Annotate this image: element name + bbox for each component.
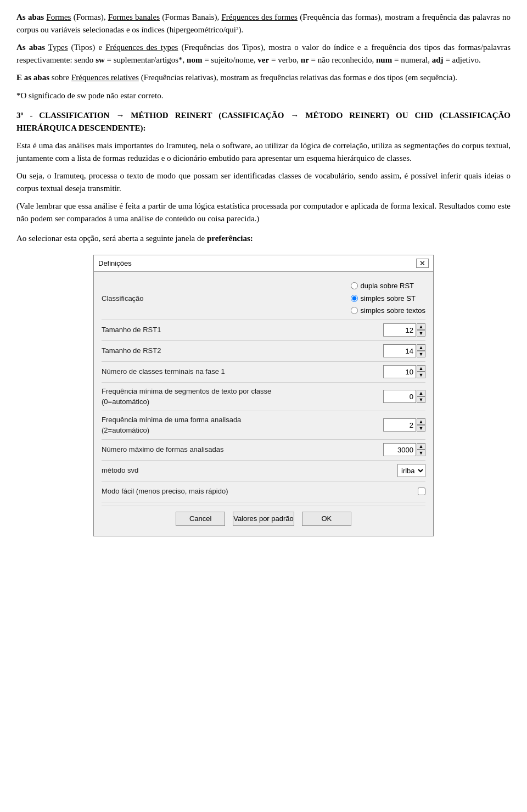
label-classificacao: Classificação: [102, 293, 272, 304]
dialog-titlebar: Definições ✕: [94, 255, 433, 272]
cancel-button[interactable]: Cancel: [176, 512, 225, 526]
paragraph-8: (Vale lembrar que essa análise é feita a…: [16, 200, 511, 225]
dialog: Definições ✕ Classificação dupla sobre R…: [93, 255, 434, 536]
checkbox-input-modo-facil[interactable]: [418, 488, 425, 495]
paragraph-4: *O significado de sw pode não estar corr…: [16, 89, 511, 102]
checkbox-modo-facil: [418, 488, 425, 495]
row-freq-forma: Frequência mínima de uma forma analisada…: [102, 411, 425, 440]
radio-simples-st[interactable]: simples sobre ST: [351, 293, 416, 304]
ok-button[interactable]: OK: [302, 512, 351, 526]
spinner-input-freq-segmentos[interactable]: [383, 390, 416, 403]
label-rst1: Tamanho de RST1: [102, 324, 272, 335]
spinner-buttons-max-formas: ▲ ▼: [417, 443, 425, 456]
row-modo-facil: Modo fácil (menos preciso, mais rápido): [102, 481, 425, 502]
spinner-input-max-formas[interactable]: [383, 443, 416, 456]
row-rst2: Tamanho de RST2 ▲ ▼: [102, 341, 425, 362]
spinner-up-rst2[interactable]: ▲: [417, 344, 425, 351]
spinner-input-freq-forma[interactable]: [383, 418, 416, 432]
spinner-up-freq-segmentos[interactable]: ▲: [417, 390, 425, 396]
spinner-input-rst1[interactable]: [383, 323, 416, 337]
control-metodo-svd: irlba svd: [272, 464, 425, 477]
intro-sentence: Ao selecionar esta opção, será aberta a …: [16, 232, 511, 245]
spinner-buttons-classes-fase1: ▲ ▼: [417, 365, 425, 378]
spinner-down-freq-segmentos[interactable]: ▼: [417, 396, 425, 403]
radio-label-simples-textos: simples sobre textos: [361, 305, 426, 316]
control-rst2: ▲ ▼: [272, 344, 425, 357]
spinner-down-rst1[interactable]: ▼: [417, 330, 425, 337]
row-rst1: Tamanho de RST1 ▲ ▼: [102, 320, 425, 341]
dialog-wrapper: Definições ✕ Classificação dupla sobre R…: [16, 255, 511, 536]
spinner-up-classes-fase1[interactable]: ▲: [417, 365, 425, 372]
control-freq-segmentos: ▲ ▼: [272, 390, 425, 403]
row-metodo-svd: método svd irlba svd: [102, 461, 425, 481]
label-freq-forma: Frequência mínima de uma forma analisada…: [102, 415, 272, 436]
spinner-up-rst1[interactable]: ▲: [417, 323, 425, 330]
radio-input-dupla[interactable]: [351, 282, 358, 289]
dialog-title: Definições: [98, 258, 132, 269]
row-freq-segmentos: Frequência mínima de segmentos de texto …: [102, 383, 425, 411]
paragraph-5-heading: 3º - CLASSIFICATION → MÉTHOD REINERT (CA…: [16, 109, 511, 134]
label-classes-fase1: Número de classes terminais na fase 1: [102, 366, 272, 377]
spinner-down-classes-fase1[interactable]: ▼: [417, 372, 425, 378]
label-metodo-svd: método svd: [102, 465, 272, 476]
spinner-down-rst2[interactable]: ▼: [417, 351, 425, 357]
label-max-formas: Número máximo de formas analisadas: [102, 444, 272, 455]
spinner-buttons-freq-segmentos: ▲ ▼: [417, 390, 425, 403]
dialog-buttons: Cancel Valores por padrão OK: [102, 506, 425, 530]
spinner-down-max-formas[interactable]: ▼: [417, 450, 425, 456]
radio-group-classificacao: dupla sobre RST simples sobre ST simples…: [351, 281, 426, 316]
row-max-formas: Número máximo de formas analisadas ▲ ▼: [102, 440, 425, 461]
radio-label-dupla: dupla sobre RST: [361, 281, 414, 292]
paragraph-7: Ou seja, o Iramuteq, processa o texto de…: [16, 170, 511, 194]
dropdown-svd: irlba svd: [397, 464, 425, 477]
label-modo-facil: Modo fácil (menos preciso, mais rápido): [102, 486, 272, 497]
spinner-down-freq-forma[interactable]: ▼: [417, 425, 425, 432]
spinner-input-classes-fase1[interactable]: [383, 365, 416, 378]
spinner-rst2: ▲ ▼: [383, 344, 425, 357]
label-rst2: Tamanho de RST2: [102, 345, 272, 356]
radio-simples-textos[interactable]: simples sobre textos: [351, 305, 426, 316]
control-freq-forma: ▲ ▼: [272, 418, 425, 432]
spinner-classes-fase1: ▲ ▼: [383, 365, 425, 378]
dialog-close-button[interactable]: ✕: [416, 259, 429, 268]
spinner-buttons-freq-forma: ▲ ▼: [417, 418, 425, 432]
spinner-freq-segmentos: ▲ ▼: [383, 390, 425, 403]
spinner-rst1: ▲ ▼: [383, 323, 425, 337]
dialog-body: Classificação dupla sobre RST simples so…: [94, 272, 433, 536]
control-classes-fase1: ▲ ▼: [272, 365, 425, 378]
row-classes-fase1: Número de classes terminais na fase 1 ▲ …: [102, 362, 425, 383]
paragraph-1: As abas Formes (Formas), Formes banales …: [16, 11, 511, 36]
radio-dupla-rst[interactable]: dupla sobre RST: [351, 281, 414, 292]
spinner-up-max-formas[interactable]: ▲: [417, 443, 425, 450]
paragraph-6: Esta é uma das análises mais importantes…: [16, 139, 511, 164]
paragraph-3: E as abas sobre Fréquences relatives (Fr…: [16, 71, 511, 84]
control-classificacao: dupla sobre RST simples sobre ST simples…: [272, 281, 425, 316]
spinner-max-formas: ▲ ▼: [383, 443, 425, 456]
spinner-buttons-rst1: ▲ ▼: [417, 323, 425, 337]
defaults-button[interactable]: Valores por padrão: [233, 512, 294, 526]
spinner-up-freq-forma[interactable]: ▲: [417, 418, 425, 425]
control-rst1: ▲ ▼: [272, 323, 425, 337]
radio-input-simples-textos[interactable]: [351, 307, 358, 314]
label-freq-segmentos: Frequência mínima de segmentos de texto …: [102, 386, 272, 407]
spinner-input-rst2[interactable]: [383, 344, 416, 357]
control-max-formas: ▲ ▼: [272, 443, 425, 456]
radio-label-simples-st: simples sobre ST: [361, 293, 416, 304]
control-modo-facil: [272, 488, 425, 495]
spinner-freq-forma: ▲ ▼: [383, 418, 425, 432]
spinner-buttons-rst2: ▲ ▼: [417, 344, 425, 357]
paragraph-2: As abas Types (Tipos) e Fréquences des t…: [16, 41, 511, 66]
row-classificacao: Classificação dupla sobre RST simples so…: [102, 277, 425, 320]
select-svd[interactable]: irlba svd: [397, 464, 425, 477]
radio-input-simples-st[interactable]: [351, 295, 358, 302]
